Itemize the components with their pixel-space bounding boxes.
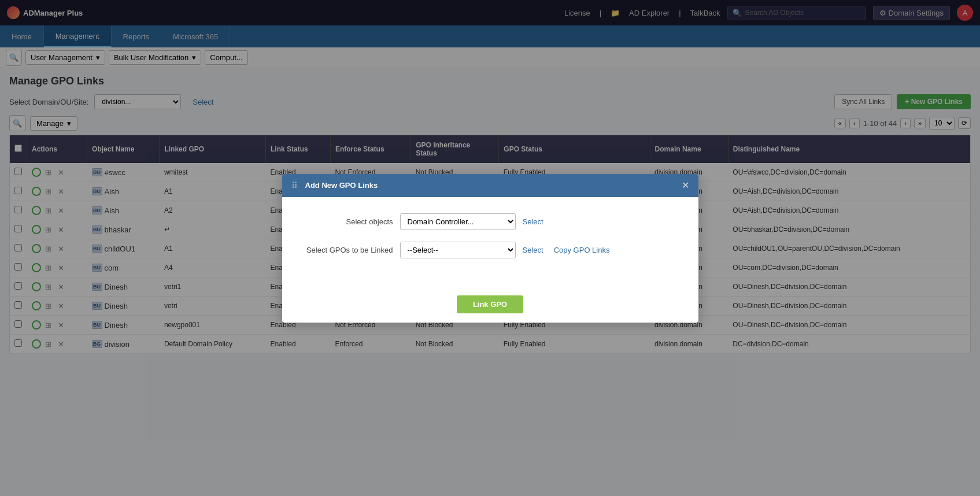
modal-footer: Link GPO [282, 286, 698, 323]
select-objects-row: Select objects Domain Controller... Sele… [301, 213, 680, 230]
add-gpo-links-modal: ⠿ Add New GPO Links ✕ Select objects Dom… [282, 174, 698, 323]
modal-header: ⠿ Add New GPO Links ✕ [282, 174, 698, 197]
select-gpos-label: Select GPOs to be Linked [301, 246, 393, 254]
copy-gpo-links[interactable]: Copy GPO Links [554, 246, 610, 254]
modal-body: Select objects Domain Controller... Sele… [282, 197, 698, 286]
link-gpo-button[interactable]: Link GPO [457, 295, 523, 313]
modal-close-button[interactable]: ✕ [682, 181, 689, 190]
select-objects-link[interactable]: Select [523, 217, 543, 226]
select-gpos-link[interactable]: Select [523, 246, 543, 254]
modal-overlay: ⠿ Add New GPO Links ✕ Select objects Dom… [0, 0, 980, 496]
drag-handle-icon: ⠿ [291, 181, 297, 190]
select-gpos-row: Select GPOs to be Linked --Select-- Sele… [301, 242, 680, 258]
select-gpos-dropdown[interactable]: --Select-- [400, 242, 516, 258]
modal-title: Add New GPO Links [305, 181, 378, 190]
select-objects-dropdown[interactable]: Domain Controller... [400, 213, 516, 230]
select-objects-label: Select objects [301, 217, 393, 226]
